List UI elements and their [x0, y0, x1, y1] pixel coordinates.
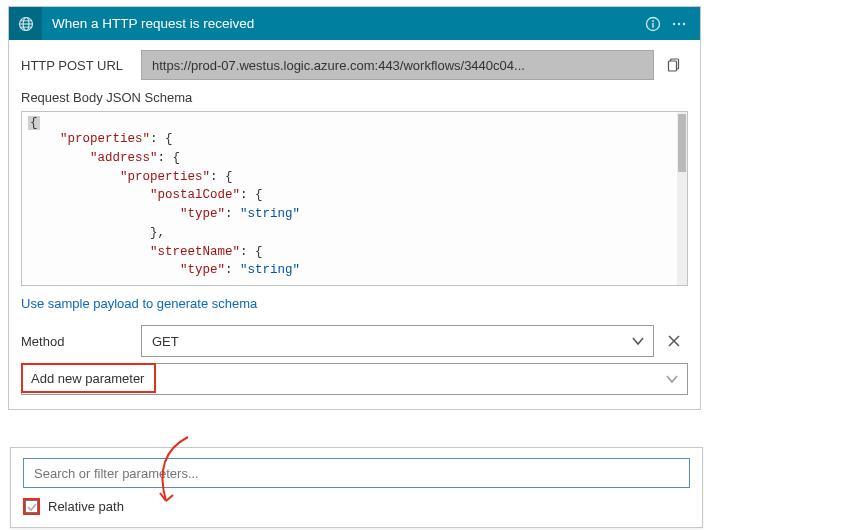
schema-content: "properties": { "address": { "properties…	[22, 130, 687, 286]
svg-point-10	[683, 22, 685, 24]
method-value: GET	[152, 334, 179, 349]
chevron-down-icon	[665, 372, 679, 386]
method-select[interactable]: GET	[141, 325, 654, 357]
svg-point-8	[673, 22, 675, 24]
info-icon[interactable]	[642, 13, 664, 35]
svg-rect-7	[652, 22, 653, 27]
card-header: When a HTTP request is received	[9, 7, 700, 40]
trigger-card: When a HTTP request is received	[8, 6, 701, 410]
relative-path-label: Relative path	[48, 499, 124, 514]
clear-method-button[interactable]	[660, 327, 688, 355]
parameter-dropdown-panel: Relative path	[10, 447, 703, 528]
schema-textarea[interactable]: { "properties": { "address": { "properti…	[21, 111, 688, 286]
more-icon[interactable]	[668, 13, 690, 35]
parameter-search-input[interactable]	[23, 458, 690, 488]
svg-point-6	[652, 20, 654, 22]
sample-payload-link[interactable]: Use sample payload to generate schema	[21, 296, 688, 311]
url-label: HTTP POST URL	[21, 58, 141, 73]
schema-scrollbar[interactable]	[677, 112, 687, 285]
card-title: When a HTTP request is received	[52, 16, 642, 31]
url-value: https://prod-07.westus.logic.azure.com:4…	[141, 50, 654, 80]
chevron-down-icon	[631, 334, 645, 348]
relative-path-checkbox[interactable]	[23, 498, 40, 515]
method-label: Method	[21, 334, 141, 349]
svg-point-9	[678, 22, 680, 24]
schema-label: Request Body JSON Schema	[21, 90, 688, 105]
add-new-parameter-dropdown[interactable]: Add new parameter	[21, 363, 688, 395]
add-new-parameter-highlight: Add new parameter	[21, 363, 156, 393]
http-request-icon	[9, 7, 42, 40]
svg-rect-12	[669, 61, 677, 71]
copy-url-button[interactable]	[660, 51, 688, 79]
url-row: HTTP POST URL https://prod-07.westus.log…	[21, 50, 688, 80]
relative-path-option[interactable]: Relative path	[23, 498, 690, 515]
method-row: Method GET	[21, 325, 688, 357]
scrollbar-thumb[interactable]	[678, 114, 686, 172]
add-new-parameter-label: Add new parameter	[31, 371, 144, 386]
